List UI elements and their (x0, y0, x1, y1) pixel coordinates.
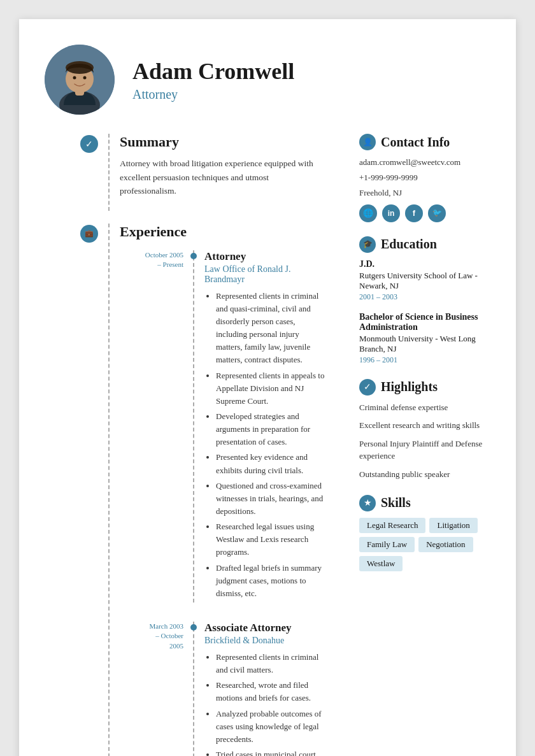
contact-email: adam.cromwell@sweetcv.com (359, 157, 490, 168)
svg-point-6 (83, 76, 87, 80)
header-info: Adam Cromwell Attorney (132, 58, 294, 102)
skill-tag-4: Negotiation (418, 537, 473, 552)
edu1-school: Rutgers University School of Law - Newar… (359, 271, 490, 291)
contact-title: Contact Info (381, 135, 450, 150)
experience-title: Experience (120, 224, 325, 240)
highlights-icon (359, 379, 376, 396)
job1-bullet-3: Developed strategies and arguments in pr… (216, 410, 325, 448)
job-block-2: March 2003– October2005 Associate Attorn… (120, 622, 325, 756)
job2-bullet-4: Tried cases in municipal court. (216, 748, 325, 756)
job1-dot (190, 253, 197, 259)
experience-timeline-col (45, 224, 108, 756)
skills-section: Skills Legal Research Litigation Family … (359, 495, 490, 571)
svg-point-5 (73, 76, 76, 80)
job2-company: Brickfield & Donahue (204, 636, 325, 646)
highlight-2: Excellent research and writing skills (359, 420, 490, 432)
contact-phone: +1-999-999-9999 (359, 172, 490, 183)
skill-tag-3: Family Law (359, 537, 415, 552)
edu2-school: Monmouth University - West Long Branch, … (359, 334, 490, 354)
job2-dot (190, 624, 197, 631)
job1-bullet-2: Represented clients in appeals to Appell… (216, 369, 325, 408)
summary-timeline-icon (45, 134, 108, 211)
social-facebook-icon[interactable]: f (405, 204, 423, 222)
highlights-section: Highlights Criminal defense expertise Ex… (359, 379, 490, 481)
skills-header: Skills (359, 495, 490, 511)
skill-tag-2: Litigation (429, 518, 477, 533)
skills-icon (359, 495, 376, 511)
job2-bullets: Represented clients in criminal and civi… (204, 651, 325, 756)
person-icon (363, 138, 373, 147)
skills-title: Skills (381, 496, 411, 510)
job2-bullet-2: Researched, wrote and filed motions and … (216, 679, 325, 704)
job2-date: March 2003– October2005 (120, 622, 194, 651)
contact-section: Contact Info adam.cromwell@sweetcv.com +… (359, 134, 490, 222)
social-twitter-icon[interactable]: 🐦 (428, 204, 446, 222)
summary-text: Attorney with broad litigation experienc… (120, 157, 325, 198)
right-column: Contact Info adam.cromwell@sweetcv.com +… (344, 134, 490, 756)
job2-bullet-3: Analyzed probable outcomes of cases usin… (216, 708, 325, 746)
job-block-1: October 2005– Present Attorney Law Offic… (120, 250, 325, 603)
education-icon (359, 236, 376, 253)
check-icon-highlights (364, 382, 371, 392)
job1-bullet-5: Questioned and cross-examined witnesses … (216, 480, 325, 518)
job2-bullet-1: Represented clients in criminal and civi… (216, 651, 325, 676)
contact-icon (359, 134, 376, 150)
job1-bullet-7: Drafted legal briefs in summary judgment… (216, 562, 325, 600)
highlight-3: Personal Injury Plaintiff and Defense ex… (359, 438, 490, 462)
person-name: Adam Cromwell (132, 58, 294, 85)
job1-bullets: Represented clients in criminal and quas… (204, 290, 325, 600)
grad-icon (363, 239, 373, 249)
highlights-header: Highlights (359, 379, 490, 396)
job1-bullet-1: Represented clients in criminal and quas… (216, 290, 325, 367)
avatar (45, 45, 115, 115)
job1-date: October 2005– Present (120, 250, 194, 270)
social-web-icon[interactable]: 🌐 (359, 204, 377, 222)
experience-icon (80, 225, 98, 243)
contact-location: Freehold, NJ (359, 187, 490, 199)
edu2-years: 1996 – 2001 (359, 355, 490, 365)
experience-section: Experience October 2005– Present Attorne… (45, 224, 325, 756)
edu1-years: 2001 – 2003 (359, 292, 490, 302)
summary-icon (80, 135, 98, 153)
skill-tag-5: Westlaw (359, 556, 403, 571)
education-header: Education (359, 236, 490, 253)
main-columns: Summary Attorney with broad litigation e… (45, 134, 490, 756)
left-column: Summary Attorney with broad litigation e… (45, 134, 344, 756)
edu1-degree: J.D. (359, 259, 490, 269)
highlight-1: Criminal defense expertise (359, 402, 490, 414)
job1-title: Attorney (204, 250, 325, 263)
job1-bullet-4: Presented key evidence and exhibits duri… (216, 451, 325, 476)
star-icon (364, 497, 372, 508)
summary-content: Summary Attorney with broad litigation e… (108, 134, 325, 211)
education-section: Education J.D. Rutgers University School… (359, 236, 490, 365)
highlights-title: Highlights (381, 380, 438, 394)
briefcase-icon (85, 229, 94, 238)
contact-header: Contact Info (359, 134, 490, 150)
resume-card: Adam Cromwell Attorney Summary Attorney … (19, 19, 516, 756)
check-icon (85, 139, 93, 150)
social-linkedin-icon[interactable]: in (382, 204, 400, 222)
edu-item-2: Bachelor of Science in Business Administ… (359, 312, 490, 365)
skills-tags: Legal Research Litigation Family Law Neg… (359, 518, 490, 571)
experience-content: Experience October 2005– Present Attorne… (108, 224, 325, 756)
header: Adam Cromwell Attorney (45, 45, 490, 115)
edu2-degree: Bachelor of Science in Business Administ… (359, 312, 490, 332)
summary-section: Summary Attorney with broad litigation e… (45, 134, 325, 211)
job1-company: Law Office of Ronald J. Brandmayr (204, 264, 325, 285)
job2-title: Associate Attorney (204, 622, 325, 634)
job1-bullet-6: Researched legal issues using Westlaw an… (216, 520, 325, 559)
education-title: Education (381, 237, 437, 252)
person-title: Attorney (132, 87, 294, 102)
highlight-4: Outstanding public speaker (359, 469, 490, 481)
skill-tag-1: Legal Research (359, 518, 425, 533)
summary-title: Summary (120, 134, 325, 150)
edu-item-1: J.D. Rutgers University School of Law - … (359, 259, 490, 302)
social-icons: 🌐 in f 🐦 (359, 204, 490, 222)
